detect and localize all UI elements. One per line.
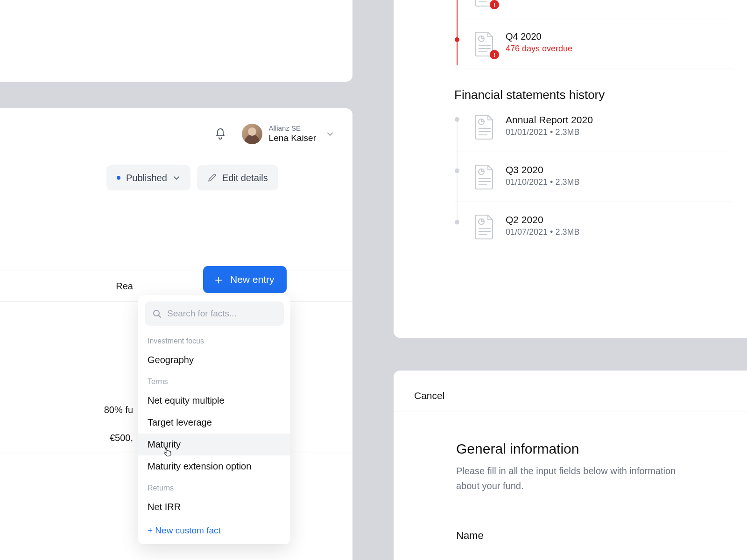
history-item-meta: 01/10/2021 • 2.3MB <box>506 177 579 187</box>
timeline-item-title: Q4 2020 <box>506 31 572 42</box>
dropdown-item-maturity[interactable]: Maturity <box>138 434 290 455</box>
document-icon: ! <box>475 0 495 7</box>
form-description: Please fill in all the input fields belo… <box>456 463 699 493</box>
dropdown-item-net-irr[interactable]: Net IRR <box>138 496 290 518</box>
pencil-icon <box>207 173 217 182</box>
history-item[interactable]: Q2 2020 01/07/2021 • 2.3MB <box>454 214 733 252</box>
new-entry-label: New entry <box>230 274 275 285</box>
svg-line-5 <box>159 315 161 317</box>
history-item[interactable]: Q3 2020 01/10/2021 • 2.3MB <box>454 164 733 202</box>
chevron-down-icon <box>326 130 334 138</box>
history-item[interactable]: Annual Report 2020 01/01/2021 • 2.3MB <box>454 114 733 152</box>
dropdown-item-target-leverage[interactable]: Target leverage <box>138 412 290 434</box>
status-dot-icon <box>117 176 120 180</box>
alert-badge-icon: ! <box>490 0 499 9</box>
header-bar: Allianz SE Lena Kaiser <box>0 108 352 160</box>
document-icon <box>475 214 495 239</box>
plus-icon: ＋ <box>212 273 225 286</box>
facts-dropdown: Investment focus Geography Terms Net equ… <box>138 295 290 544</box>
alert-badge-icon: ! <box>490 50 499 59</box>
panel-top-left <box>0 0 352 82</box>
chevron-down-icon <box>173 174 180 182</box>
timeline-item-overdue[interactable]: ! Q4 2020 476 days overdue <box>454 31 733 69</box>
dropdown-group-label: Investment focus <box>138 330 290 349</box>
user-org: Allianz SE <box>269 124 316 133</box>
dropdown-group-label: Returns <box>138 477 290 496</box>
avatar <box>242 124 262 144</box>
history-item-meta: 01/07/2021 • 2.3MB <box>506 227 579 237</box>
panel-timeline: ! 218 days overdue ! Q4 2020 476 days ov… <box>394 0 747 338</box>
history-list: Annual Report 2020 01/01/2021 • 2.3MB Q3… <box>454 114 747 252</box>
dropdown-item-maturity-extension[interactable]: Maturity extension option <box>138 455 290 477</box>
document-icon: ! <box>475 31 495 56</box>
timeline-overdue-sub: 476 days overdue <box>506 44 572 54</box>
user-name: Lena Kaiser <box>269 133 316 144</box>
document-icon <box>475 114 495 140</box>
new-entry-button[interactable]: ＋ New entry <box>203 266 287 293</box>
table-row <box>0 227 352 271</box>
user-menu[interactable]: Allianz SE Lena Kaiser <box>242 124 334 144</box>
name-field-label: Name <box>456 530 726 542</box>
cursor-icon <box>163 447 173 457</box>
cell-partial: 80% fu <box>104 405 133 415</box>
edit-details-button[interactable]: Edit details <box>197 165 278 190</box>
svg-point-4 <box>154 310 159 316</box>
history-item-meta: 01/01/2021 • 2.3MB <box>506 127 593 137</box>
cell-partial: €500, <box>110 433 133 443</box>
search-icon <box>152 309 162 318</box>
published-label: Published <box>126 173 167 183</box>
history-item-title: Q2 2020 <box>506 214 579 225</box>
new-custom-fact-link[interactable]: + New custom fact <box>138 518 290 536</box>
panel-main-left: Allianz SE Lena Kaiser Published Edit de… <box>0 108 352 560</box>
dropdown-group-label: Terms <box>138 371 290 390</box>
dropdown-item-geography[interactable]: Geography <box>138 349 290 371</box>
published-status-button[interactable]: Published <box>106 165 190 190</box>
history-heading: Financial statements history <box>454 88 747 102</box>
notifications-icon[interactable] <box>212 126 229 142</box>
form-heading: General information <box>456 441 726 457</box>
search-input[interactable] <box>167 308 278 319</box>
history-item-title: Annual Report 2020 <box>506 114 593 126</box>
document-icon <box>475 164 495 189</box>
cancel-button[interactable]: Cancel <box>394 371 747 412</box>
timeline-item-overdue[interactable]: ! 218 days overdue <box>454 0 733 19</box>
history-item-title: Q3 2020 <box>506 164 579 175</box>
dropdown-item-net-equity-multiple[interactable]: Net equity multiple <box>138 390 290 412</box>
search-input-wrap[interactable] <box>145 301 284 326</box>
panel-form: Cancel General information Please fill i… <box>394 371 747 560</box>
actions-row: Published Edit details <box>0 165 352 190</box>
edit-details-label: Edit details <box>222 173 268 183</box>
cell-partial: Rea <box>116 281 133 292</box>
